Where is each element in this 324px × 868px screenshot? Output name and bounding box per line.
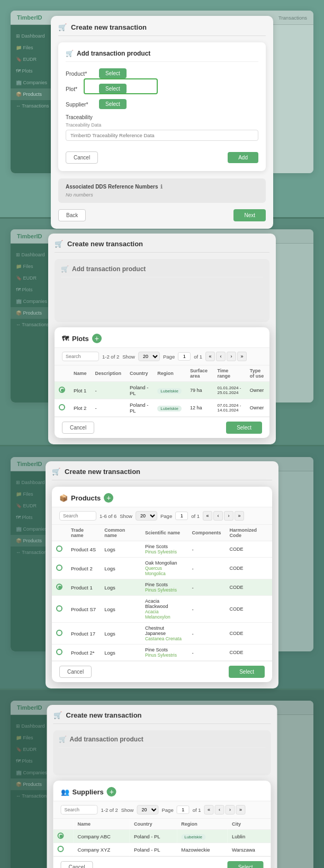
p-common-6: Logs bbox=[100, 645, 141, 661]
products-show-label: Show bbox=[120, 513, 132, 519]
next-page-btn[interactable]: › bbox=[227, 352, 236, 361]
create-txn-title-3: 🛒 Create new transaction bbox=[52, 468, 272, 480]
products-icon: 📦 bbox=[59, 494, 68, 502]
plots-cancel-btn[interactable]: Cancel bbox=[62, 422, 94, 434]
back-btn-1[interactable]: Back bbox=[58, 209, 86, 221]
suppliers-prev-page[interactable]: ‹ bbox=[215, 805, 224, 815]
p-common-3: Logs bbox=[100, 579, 141, 596]
suppliers-title: Suppliers bbox=[73, 788, 104, 796]
radio-p5[interactable] bbox=[56, 630, 62, 636]
supplier-select-btn[interactable]: Select bbox=[99, 99, 127, 109]
suppliers-table-header: Name Country Region City bbox=[53, 819, 271, 830]
p-components-5: - bbox=[188, 623, 226, 645]
add-btn-1[interactable]: Add bbox=[228, 152, 258, 163]
products-select-btn[interactable]: Select bbox=[229, 666, 265, 678]
p-components-4: - bbox=[188, 596, 226, 623]
plots-table-container: Name Description Country Region Surface … bbox=[55, 365, 269, 417]
col-components: Components bbox=[188, 525, 226, 541]
col-s-name: Name bbox=[74, 819, 130, 830]
traceability-input[interactable] bbox=[66, 130, 258, 141]
traceability-data-label: Traceability Data bbox=[66, 122, 258, 128]
product-select-btn[interactable]: Select bbox=[99, 68, 127, 78]
table-row[interactable]: Product 2* Logs Pine ScotsPinus Sylvestr… bbox=[52, 645, 272, 661]
table-row[interactable]: Product 4S Logs Pine ScotsPinus Sylvestr… bbox=[52, 541, 272, 558]
table-row[interactable]: Product 17 Logs Chestnut JapaneseCastane… bbox=[52, 623, 272, 645]
row-name: Plot 1 bbox=[69, 382, 91, 399]
suppliers-icon: 👥 bbox=[61, 788, 69, 796]
create-txn-title: 🛒 Create new transaction bbox=[58, 23, 266, 36]
p-radio-3 bbox=[52, 579, 67, 596]
plots-table-header: Name Description Country Region Surface … bbox=[55, 365, 269, 382]
last-page-btn[interactable]: » bbox=[237, 352, 247, 361]
show-select[interactable]: 20 bbox=[138, 352, 160, 361]
radio-unselected[interactable] bbox=[59, 404, 65, 410]
products-search[interactable] bbox=[59, 511, 96, 521]
add-plot-btn[interactable]: + bbox=[92, 334, 102, 343]
p-scientific-1: Pine ScotsPinus Sylvestris bbox=[141, 541, 188, 558]
s-region-1: Lubelskie bbox=[177, 830, 228, 843]
table-row[interactable]: Product S7 Logs Acacia BlackwoodAcacia M… bbox=[52, 596, 272, 623]
radio-selected[interactable] bbox=[59, 387, 65, 393]
suppliers-select-btn[interactable]: Select bbox=[228, 861, 264, 868]
plots-search[interactable] bbox=[62, 352, 99, 361]
next-btn-1[interactable]: Next bbox=[233, 209, 266, 221]
radio-p1[interactable] bbox=[56, 545, 62, 552]
prev-page-btn[interactable]: ‹ bbox=[216, 352, 226, 361]
table-row[interactable]: Plot 2 - Poland - PL Lubelskie 12 ha 07.… bbox=[55, 399, 269, 417]
table-row[interactable]: Company ABC Poland - PL Lubelskie Lublin bbox=[53, 830, 271, 843]
products-page-input[interactable] bbox=[175, 512, 188, 520]
suppliers-last-page[interactable]: » bbox=[236, 805, 246, 815]
product-label: Product* bbox=[66, 70, 95, 77]
add-product-btn[interactable]: + bbox=[104, 493, 113, 503]
p-trade-1: Product 4S bbox=[67, 541, 100, 558]
p-scientific-4: Acacia BlackwoodAcacia Melanoxylon bbox=[141, 596, 188, 623]
table-row[interactable]: Product 2 Logs Oak MongolianQuercus Mong… bbox=[52, 558, 272, 579]
suppliers-cancel-btn[interactable]: Cancel bbox=[61, 861, 93, 868]
products-cancel-btn[interactable]: Cancel bbox=[59, 666, 92, 678]
row-radio bbox=[55, 382, 69, 399]
radio-p2[interactable] bbox=[56, 565, 62, 571]
p-common-5: Logs bbox=[100, 623, 141, 645]
section-2: TimberID ⊞ Dashboard 📁 Files 🔖 EUDR 🗺 Pl… bbox=[0, 217, 324, 445]
s-country-2: Poland - PL bbox=[130, 843, 177, 856]
add-supplier-btn[interactable]: + bbox=[107, 787, 116, 797]
row-name-2: Plot 2 bbox=[69, 399, 91, 417]
first-page-btn[interactable]: « bbox=[205, 352, 215, 361]
traceability-section: Traceability Traceability Data bbox=[66, 114, 258, 141]
products-prev-page[interactable]: ‹ bbox=[213, 511, 223, 521]
plots-modal-footer: Cancel Select bbox=[55, 417, 269, 438]
plot-select-btn[interactable]: Select bbox=[99, 84, 127, 94]
products-last-page[interactable]: » bbox=[235, 511, 244, 521]
table-row[interactable]: Product 1 Logs Pine ScotsPinus Sylvestri… bbox=[52, 579, 272, 596]
radio-p4[interactable] bbox=[56, 605, 62, 612]
col-country: Country bbox=[125, 365, 153, 382]
col-time: Time range bbox=[213, 365, 245, 382]
products-first-page[interactable]: « bbox=[203, 511, 212, 521]
table-row[interactable]: Plot 1 - Poland - PL Lubelskie 79 ha 01.… bbox=[55, 382, 269, 399]
col-s-country: Country bbox=[130, 819, 177, 830]
map-icon: 🗺 bbox=[62, 335, 69, 343]
s-country-1: Poland - PL bbox=[130, 830, 177, 843]
p-components-1: - bbox=[188, 541, 226, 558]
suppliers-first-page[interactable]: « bbox=[204, 805, 214, 815]
suppliers-page-input[interactable] bbox=[177, 806, 190, 814]
pagination-controls: « ‹ › » bbox=[205, 352, 247, 361]
products-modal-footer: Cancel Select bbox=[52, 661, 272, 682]
radio-p3-selected[interactable] bbox=[56, 584, 62, 590]
p-trade-3: Product 1 bbox=[67, 579, 100, 596]
products-show-select[interactable]: 20 bbox=[136, 511, 157, 521]
plots-select-btn[interactable]: Select bbox=[226, 422, 262, 434]
radio-p6[interactable] bbox=[56, 649, 62, 655]
suppliers-next-page[interactable]: › bbox=[226, 805, 235, 815]
create-txn-panel: 🛒 Create new transaction 🛒 Add transacti… bbox=[51, 16, 273, 229]
col-surface: Surface area bbox=[186, 365, 213, 382]
radio-s1-selected[interactable] bbox=[58, 833, 64, 839]
radio-s2[interactable] bbox=[58, 846, 64, 852]
products-modal: 📦 Products + 1-6 of 6 Show 20 Page of 1 … bbox=[52, 487, 272, 682]
suppliers-show-select[interactable]: 20 bbox=[137, 805, 158, 815]
products-next-page[interactable]: › bbox=[224, 511, 233, 521]
table-row[interactable]: Company XYZ Poland - PL Mazowieckie Wars… bbox=[53, 843, 271, 856]
page-input[interactable] bbox=[178, 352, 191, 361]
cancel-btn-1[interactable]: Cancel bbox=[66, 151, 98, 164]
suppliers-search[interactable] bbox=[61, 805, 98, 815]
